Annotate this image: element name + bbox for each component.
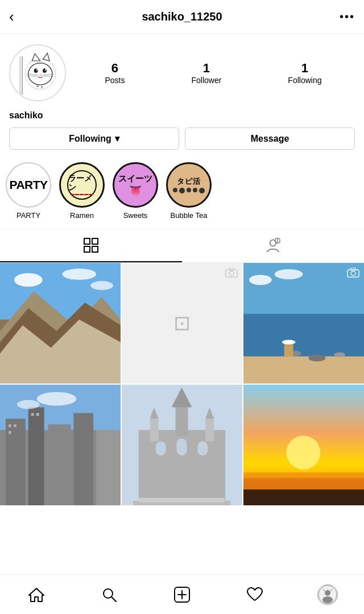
svg-rect-61 [36,413,39,416]
camera-overlay-icon [225,267,238,281]
svg-rect-37 [243,314,364,360]
profile-top: 6 Posts 1 Follower 1 Following [0,34,364,107]
highlight-sweets-circle: スイーツ 👅 [113,162,158,208]
followers-label: Follower [191,76,221,85]
svg-point-8 [45,69,46,71]
username-title: sachiko_11250 [142,10,222,23]
svg-rect-73 [177,439,187,456]
camera-overlay-icon-3 [347,267,359,281]
svg-marker-82 [29,588,44,601]
svg-point-41 [334,352,345,357]
grid-cell-5[interactable] [122,385,242,505]
svg-rect-19 [92,238,98,244]
message-button[interactable]: Message [185,127,355,150]
svg-point-62 [37,392,77,406]
nav-home[interactable] [20,579,52,611]
avatar[interactable] [9,44,66,101]
highlight-ramen-circle: ラーメン ▬▬▬▬▬ [59,162,105,208]
svg-point-7 [36,69,37,71]
svg-point-48 [351,271,355,276]
stats-area: 6 Posts 1 Follower 1 Following [72,61,355,85]
svg-point-32 [90,281,113,290]
search-icon [101,587,117,603]
person-tag-icon [265,237,281,253]
highlights-row: PARTY PARTY ラーメン ▬▬▬▬▬ Ramen スイーツ 👅 Swee… [0,158,364,229]
svg-point-63 [17,400,40,409]
highlight-sweets-emoji: 👅 [129,184,142,197]
highlight-party[interactable]: PARTY PARTY [6,162,51,220]
bubble-dot-3 [187,188,191,192]
more-options-button[interactable]: ••• [334,10,355,23]
svg-point-44 [282,340,296,344]
back-button[interactable]: ‹ [9,8,30,26]
following-label: Following [288,76,321,85]
svg-rect-74 [197,442,208,456]
highlight-sweets-label: Sweets [123,211,148,220]
highlight-bubble-dots [173,188,205,193]
following-button[interactable]: Following ▾ [9,127,179,150]
svg-rect-59 [9,431,11,434]
followers-count: 1 [203,61,210,76]
svg-rect-58 [14,425,16,427]
svg-rect-60 [31,413,34,416]
svg-point-9 [39,74,42,76]
highlight-ramen-text: ラーメン [68,174,96,192]
message-button-label: Message [251,134,289,144]
tab-grid[interactable] [0,229,182,262]
highlight-bubble-circle: タピ活 [166,162,212,208]
highlight-sweets[interactable]: スイーツ 👅 Sweets [113,162,158,220]
svg-point-17 [41,86,43,88]
grid-cell-2[interactable]: ⊡ [122,263,242,384]
grid-cell-3[interactable] [243,263,364,384]
svg-point-4 [28,63,52,85]
photo-grid: ⊡ [0,263,364,505]
posts-stat[interactable]: 6 Posts [105,61,125,85]
followers-stat[interactable]: 1 Follower [191,61,221,85]
nav-profile[interactable] [312,579,344,611]
svg-point-45 [249,275,272,285]
svg-point-40 [308,355,325,361]
highlight-bubble-tea[interactable]: タピ活 Bubble Tea [166,162,212,220]
bubble-dot-2 [179,188,185,193]
highlight-ramen[interactable]: ラーメン ▬▬▬▬▬ Ramen [59,162,105,220]
following-button-label: Following [69,134,111,144]
svg-point-78 [287,436,321,470]
svg-rect-43 [284,345,293,356]
svg-point-6 [43,68,47,73]
tab-tagged[interactable] [182,229,364,262]
svg-point-89 [325,590,330,596]
highlight-sweets-inner: スイーツ 👅 [118,174,152,197]
grid-cell-6[interactable] [243,385,364,505]
nav-heart[interactable] [239,579,271,611]
svg-rect-76 [139,498,225,502]
highlight-party-label: PARTY [16,211,40,220]
svg-rect-72 [156,442,166,456]
svg-point-5 [34,68,38,73]
svg-rect-20 [84,246,90,252]
tabs [0,229,364,263]
svg-rect-56 [96,430,121,505]
nav-add[interactable] [166,579,198,611]
highlight-ramen-label: Ramen [70,211,94,220]
svg-line-84 [111,597,116,601]
svg-rect-54 [48,425,71,505]
header: ‹ sachiko_11250 ••• [0,0,364,34]
highlight-party-circle: PARTY [6,162,51,208]
svg-point-30 [14,273,43,287]
svg-rect-66 [150,419,159,442]
svg-point-16 [36,85,39,88]
nav-search[interactable] [93,579,125,611]
add-icon [173,586,191,603]
posts-label: Posts [105,76,125,85]
svg-rect-21 [92,246,98,252]
profile-buttons: Following ▾ Message [0,127,364,158]
svg-rect-53 [28,407,44,505]
chevron-down-icon: ▾ [115,133,119,144]
bubble-dot-1 [173,188,177,192]
grid-cell-4[interactable] [0,385,121,505]
svg-rect-38 [243,356,364,384]
grid-cell-1[interactable] [0,263,121,384]
svg-point-31 [62,269,96,280]
svg-rect-81 [243,489,364,505]
following-stat[interactable]: 1 Following [288,61,321,85]
